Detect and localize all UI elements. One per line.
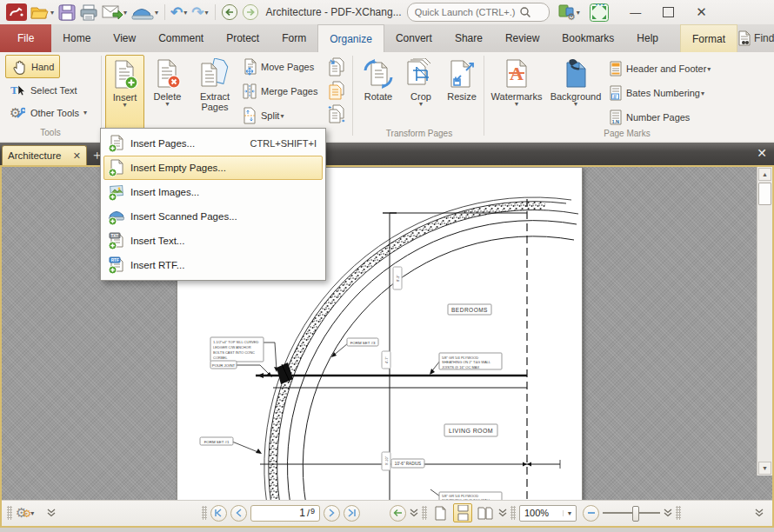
history-back-button[interactable] bbox=[219, 2, 240, 23]
tab-view[interactable]: View bbox=[102, 24, 147, 52]
header-footer-button[interactable]: Header and Footer ▾ bbox=[609, 57, 765, 80]
nav-grip[interactable] bbox=[202, 506, 207, 520]
other-tools-caret[interactable]: ▾ bbox=[83, 109, 88, 116]
tab-help[interactable]: Help bbox=[625, 24, 670, 52]
options-gears-icon[interactable]: ⚙⚙ bbox=[16, 505, 26, 521]
menu-item-insert-scanned-pages[interactable]: Insert Scanned Pages... bbox=[103, 204, 323, 229]
zoom-more-chevron-icon[interactable] bbox=[664, 509, 672, 517]
background-caret[interactable]: ▼ bbox=[573, 102, 579, 107]
hand-tool-button[interactable]: Hand bbox=[5, 55, 60, 78]
redo-button[interactable]: ↷▾ bbox=[190, 2, 210, 23]
resize-button[interactable]: Resize bbox=[443, 55, 481, 135]
menu-item-insert-images[interactable]: Insert Images... bbox=[103, 180, 323, 204]
next-page-button[interactable] bbox=[324, 505, 340, 522]
duplicate-pages-icon[interactable] bbox=[328, 57, 345, 76]
maximize-button[interactable] bbox=[656, 2, 682, 23]
menu-item-insert-rtf[interactable]: RTF Insert RTF... bbox=[103, 253, 323, 277]
zoom-out-button[interactable] bbox=[583, 505, 599, 522]
tab-form[interactable]: Form bbox=[270, 24, 317, 52]
view-history-chevron-icon[interactable] bbox=[410, 509, 418, 517]
menu-item-insert-text[interactable]: TXT Insert Text... bbox=[103, 229, 323, 253]
expand-toolbar-chevron-icon[interactable] bbox=[47, 509, 56, 517]
tab-review[interactable]: Review bbox=[494, 24, 550, 52]
vertical-scrollbar[interactable]: ▲ ▼ bbox=[757, 167, 772, 475]
watermarks-button[interactable]: A Watermarks ▼ bbox=[488, 55, 545, 135]
ui-options-button[interactable]: ⚙ ▾ bbox=[557, 2, 583, 23]
options-caret[interactable]: ▾ bbox=[30, 509, 35, 517]
bates-numbering-button[interactable]: # Bates Numbering ▾ bbox=[609, 82, 765, 104]
bates-numbering-caret[interactable]: ▾ bbox=[700, 90, 705, 97]
layout-grip[interactable] bbox=[422, 506, 427, 520]
find-button[interactable]: Find... bbox=[754, 32, 774, 44]
right-toolbar-chevron-icon[interactable] bbox=[755, 509, 764, 517]
toolbar-grip[interactable] bbox=[7, 506, 12, 520]
menu-item-insert-empty-pages[interactable]: Insert Empty Pages... bbox=[103, 156, 323, 180]
split-button[interactable]: Split ▾ bbox=[242, 104, 303, 127]
previous-page-button[interactable] bbox=[230, 505, 247, 522]
continuous-layout-button[interactable] bbox=[453, 503, 472, 522]
quick-launch-box[interactable] bbox=[407, 3, 550, 22]
tab-bookmarks[interactable]: Bookmarks bbox=[550, 24, 625, 52]
move-pages-button[interactable]: Move Pages bbox=[242, 56, 325, 78]
zoom-slider-handle[interactable] bbox=[632, 506, 639, 522]
tab-share[interactable]: Share bbox=[444, 24, 494, 52]
zoom-level-dropdown[interactable]: 100% ▼ bbox=[519, 505, 577, 522]
print-button[interactable] bbox=[77, 2, 100, 23]
delete-button[interactable]: Delete ▼ bbox=[148, 55, 187, 135]
first-page-button[interactable] bbox=[210, 505, 227, 522]
watermarks-caret[interactable]: ▼ bbox=[514, 102, 520, 107]
fullscreen-button[interactable] bbox=[588, 2, 611, 23]
background-button[interactable]: Background ▼ bbox=[547, 55, 604, 135]
number-pages-button[interactable]: 1.N Number Pages bbox=[609, 106, 765, 129]
ui-options-caret[interactable]: ▾ bbox=[576, 9, 581, 17]
rotate-button[interactable]: Rotate bbox=[357, 55, 399, 135]
crop-caret[interactable]: ▼ bbox=[418, 102, 424, 107]
find-document-icon[interactable] bbox=[737, 30, 752, 47]
scroll-up-button[interactable]: ▲ bbox=[758, 168, 771, 181]
insert-caret[interactable]: ▼ bbox=[122, 103, 128, 108]
save-button[interactable] bbox=[57, 2, 77, 23]
tab-home[interactable]: Home bbox=[51, 24, 102, 52]
split-caret[interactable]: ▾ bbox=[279, 112, 284, 120]
redo-caret[interactable]: ▾ bbox=[204, 9, 210, 17]
open-file-button[interactable]: ▾ bbox=[29, 2, 57, 23]
single-page-layout-button[interactable] bbox=[430, 503, 450, 522]
tab-format[interactable]: Format bbox=[680, 24, 737, 52]
tab-convert[interactable]: Convert bbox=[384, 24, 444, 52]
email-button[interactable]: ▾ bbox=[100, 2, 130, 23]
document-tab-close-icon[interactable]: ✕ bbox=[73, 150, 81, 162]
undo-caret[interactable]: ▾ bbox=[183, 9, 188, 17]
tab-file[interactable]: File bbox=[0, 24, 51, 52]
minimize-button[interactable]: — bbox=[623, 2, 649, 23]
insert-button[interactable]: Insert ▼ bbox=[105, 55, 144, 135]
tab-comment[interactable]: Comment bbox=[147, 24, 215, 52]
last-page-button[interactable] bbox=[344, 505, 360, 522]
zoom-dropdown-caret[interactable]: ▼ bbox=[563, 510, 576, 516]
zoom-grip[interactable] bbox=[510, 506, 516, 520]
page-number-field[interactable]: 1/9 bbox=[250, 505, 320, 522]
extract-pages-button[interactable]: Extract Pages bbox=[191, 55, 238, 135]
open-file-caret[interactable]: ▾ bbox=[50, 9, 55, 17]
scrollbar-thumb[interactable] bbox=[758, 183, 771, 205]
document-tab-architecture[interactable]: Architecture ✕ bbox=[2, 145, 87, 165]
search-icon[interactable] bbox=[519, 6, 531, 18]
history-forward-button[interactable] bbox=[240, 2, 261, 23]
previous-view-button[interactable] bbox=[390, 505, 406, 522]
tab-protect[interactable]: Protect bbox=[215, 24, 270, 52]
layout-more-chevron-icon[interactable] bbox=[498, 509, 507, 517]
email-caret[interactable]: ▾ bbox=[123, 9, 128, 17]
delete-caret[interactable]: ▼ bbox=[164, 102, 170, 107]
slider-grip[interactable] bbox=[676, 506, 681, 520]
tab-organize[interactable]: Organize bbox=[317, 24, 384, 52]
zoom-slider[interactable] bbox=[603, 512, 660, 514]
two-page-layout-button[interactable] bbox=[476, 503, 495, 522]
close-button[interactable]: ✕ bbox=[689, 2, 715, 23]
crop-button[interactable]: Crop ▼ bbox=[403, 55, 439, 135]
other-tools-button[interactable]: ⚙ Other Tools ▾ bbox=[5, 102, 93, 123]
undo-button[interactable]: ↶▾ bbox=[169, 2, 190, 23]
menu-item-insert-pages[interactable]: Insert Pages... CTRL+SHIFT+I bbox=[103, 131, 323, 156]
replace-pages-icon[interactable] bbox=[328, 81, 345, 100]
swap-pages-icon[interactable] bbox=[328, 104, 345, 123]
select-text-button[interactable]: T Select Text bbox=[5, 79, 83, 101]
header-footer-caret[interactable]: ▾ bbox=[706, 65, 711, 73]
